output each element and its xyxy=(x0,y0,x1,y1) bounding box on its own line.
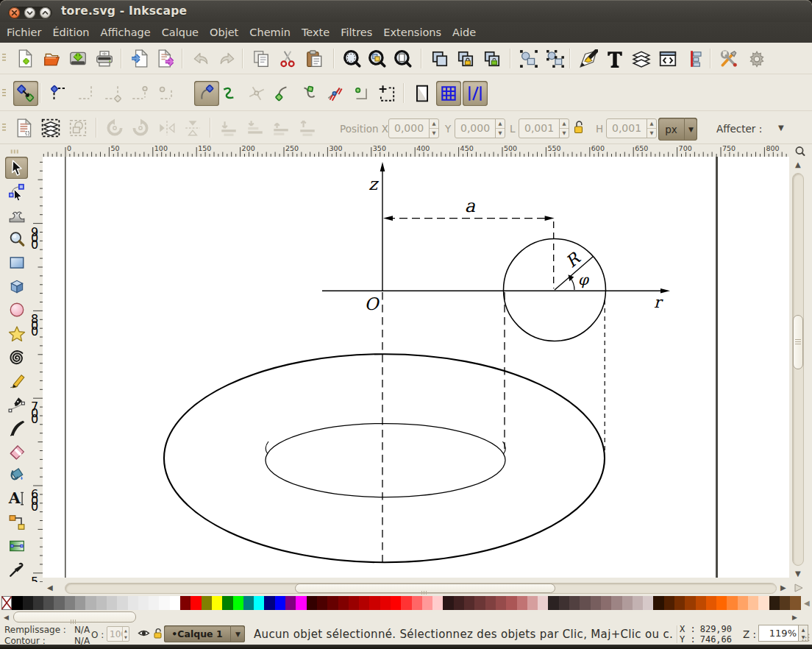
position-x-field[interactable]: 0,000 ▲▼ xyxy=(388,118,439,138)
palette-swatch[interactable] xyxy=(54,596,64,610)
document-import-button[interactable] xyxy=(127,46,152,71)
toolbar-grip[interactable] xyxy=(2,88,6,98)
palette-swatch[interactable] xyxy=(202,596,212,610)
palette-swatch[interactable] xyxy=(559,596,569,610)
dialog-align-button[interactable] xyxy=(682,46,707,71)
document-open-button[interactable] xyxy=(40,46,65,71)
edit-copy-button[interactable] xyxy=(249,46,274,71)
vertical-scrollbar-trough[interactable] xyxy=(792,173,804,566)
palette-swatch[interactable] xyxy=(706,596,716,610)
spinner-up-icon[interactable]: ▲ xyxy=(560,119,569,128)
tool-dropper-button[interactable] xyxy=(5,558,28,581)
scroll-up-icon[interactable]: ▲ xyxy=(795,161,801,169)
document-new-button[interactable] xyxy=(13,46,38,71)
snap-line-midpoints-button[interactable] xyxy=(322,81,347,106)
object-rotate-cw-button[interactable] xyxy=(128,116,153,141)
layer-visibility-eye-icon[interactable] xyxy=(138,628,150,638)
palette-swatch[interactable] xyxy=(696,596,706,610)
field-value[interactable]: 0,001 xyxy=(519,119,559,138)
selection-lower-button[interactable] xyxy=(243,116,268,141)
snap-bbox-edge-midpoints-button[interactable] xyxy=(127,81,152,106)
palette-swatch[interactable] xyxy=(138,596,149,610)
vertical-scrollbar[interactable]: ▲ ▼ xyxy=(791,157,805,582)
palette-swatch[interactable] xyxy=(190,596,201,610)
spinner-down-icon[interactable]: ▼ xyxy=(647,128,656,138)
palette-swatch[interactable] xyxy=(727,596,737,610)
palette-swatch[interactable] xyxy=(664,596,674,610)
palette-swatch[interactable] xyxy=(769,596,780,610)
palette-swatch[interactable] xyxy=(75,596,85,610)
palette-swatch[interactable] xyxy=(790,596,800,610)
tool-pencil-button[interactable] xyxy=(5,370,28,392)
palette-swatch[interactable] xyxy=(369,596,380,610)
dialog-text-button[interactable] xyxy=(602,46,627,71)
edit-select-all-button[interactable] xyxy=(13,116,38,141)
palette-swatch[interactable] xyxy=(317,596,327,610)
snap-grid-button[interactable] xyxy=(436,81,461,106)
palette-swatch[interactable] xyxy=(758,596,769,610)
vertical-scrollbar-handle[interactable] xyxy=(793,315,803,369)
palette-scrollbar-handle[interactable] xyxy=(13,611,136,623)
snap-guides-button[interactable] xyxy=(463,81,488,106)
scroll-left-icon[interactable]: ◀ xyxy=(47,584,53,592)
edit-clone-unlink-button[interactable] xyxy=(480,46,505,71)
palette-swatch[interactable] xyxy=(611,596,622,610)
object-flip-horizontal-button[interactable] xyxy=(154,116,179,141)
palette-swatch[interactable] xyxy=(601,596,611,610)
tool-pen-button[interactable] xyxy=(5,394,28,416)
spinner-up-icon[interactable]: ▲ xyxy=(647,119,656,128)
sticky-zoom-icon[interactable] xyxy=(794,146,807,157)
tool-ellipse-button[interactable] xyxy=(5,299,28,321)
field-value[interactable]: 0,000 xyxy=(455,119,495,138)
field-value[interactable]: 0,001 xyxy=(607,119,647,138)
tool-node-button[interactable] xyxy=(5,181,28,203)
menu-aide[interactable]: Aide xyxy=(447,23,482,42)
selection-to-back-button[interactable] xyxy=(216,116,241,141)
palette-swatch[interactable] xyxy=(12,596,22,610)
spinner-up-icon[interactable]: ▲ xyxy=(430,119,438,128)
palette-swatch[interactable] xyxy=(107,596,117,610)
palette-swatch[interactable] xyxy=(485,596,496,610)
toolbar-grip[interactable] xyxy=(2,122,6,132)
palette-swatch[interactable] xyxy=(243,596,254,610)
width-field[interactable]: 0,001 ▲▼ xyxy=(519,118,569,138)
snap-cusp-nodes-button[interactable] xyxy=(270,81,295,106)
snap-bbox-edges-button[interactable] xyxy=(74,81,99,106)
palette-swatch[interactable] xyxy=(748,596,758,610)
opacity-field[interactable]: 100 ▲▼ xyxy=(107,626,129,642)
spinner-down-icon[interactable]: ▼ xyxy=(560,128,569,138)
dialog-fill-stroke-button[interactable] xyxy=(576,46,601,71)
palette-swatch[interactable] xyxy=(506,596,516,610)
field-value[interactable]: 100 xyxy=(107,627,122,641)
resize-grip[interactable] xyxy=(799,631,811,642)
tool-eraser-button[interactable] xyxy=(5,440,28,462)
menu-chemin[interactable]: Chemin xyxy=(244,23,296,42)
menu-extensions[interactable]: Extensions xyxy=(378,23,447,42)
snap-rotation-centers-button[interactable] xyxy=(374,81,399,106)
menu-filtres[interactable]: Filtres xyxy=(335,23,378,42)
palette-swatch[interactable] xyxy=(128,596,138,610)
snap-path-intersections-button[interactable] xyxy=(244,81,269,106)
palette-scrollbar-right-icon[interactable]: ▶ xyxy=(792,614,797,621)
palette-swatch[interactable] xyxy=(474,596,485,610)
zoom-drawing-button[interactable] xyxy=(365,46,390,71)
horizontal-ruler[interactable]: 0501001502002503003504004505005506006507… xyxy=(43,144,790,157)
palette-swatch[interactable] xyxy=(264,596,274,610)
canvas[interactable]: z a R φ O r xyxy=(43,157,789,578)
palette-swatch[interactable] xyxy=(212,596,222,610)
dialog-xml-button[interactable] xyxy=(655,46,680,71)
object-flip-vertical-button[interactable] xyxy=(180,116,205,141)
scroll-down-icon[interactable]: ▼ xyxy=(795,570,801,578)
preferences-button[interactable] xyxy=(716,46,741,71)
palette-swatch[interactable] xyxy=(454,596,464,610)
toolbar-grip[interactable] xyxy=(2,52,6,63)
snap-bbox-centers-button[interactable] xyxy=(154,81,179,106)
palette-swatch[interactable] xyxy=(622,596,633,610)
palette-swatch[interactable] xyxy=(96,596,107,610)
palette-swatch[interactable] xyxy=(33,596,43,610)
palette-scrollbar[interactable]: ◀ ▶ xyxy=(0,611,812,624)
spinner-down-icon[interactable]: ▼ xyxy=(430,128,438,138)
document-print-button[interactable] xyxy=(92,46,117,71)
palette-swatch[interactable] xyxy=(674,596,685,610)
palette-swatch[interactable] xyxy=(254,596,264,610)
